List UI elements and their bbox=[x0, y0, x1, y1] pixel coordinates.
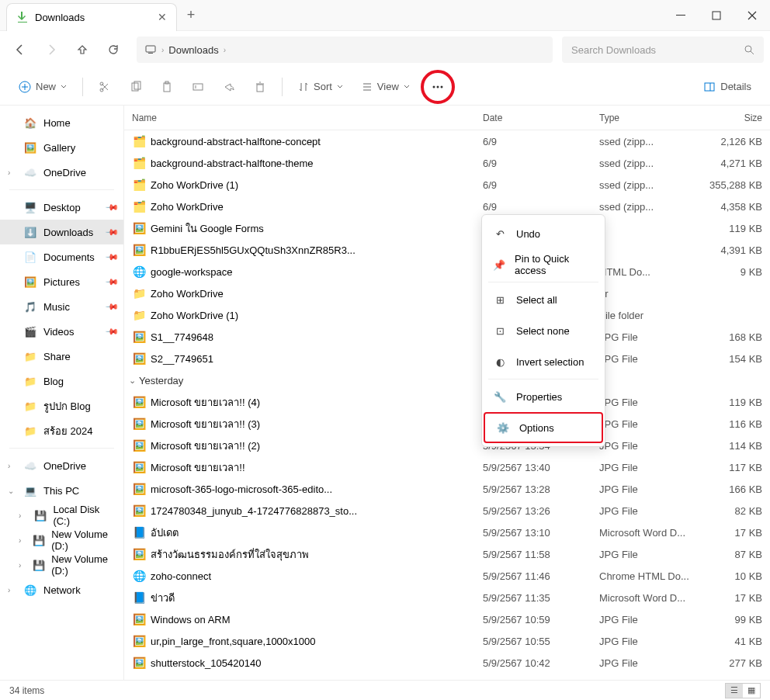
sidebar-downloads[interactable]: ⬇️Downloads📌 bbox=[0, 220, 123, 244]
select-none-icon: ⊡ bbox=[493, 325, 507, 337]
trash-icon bbox=[254, 81, 266, 93]
sidebar-gallery[interactable]: 🖼️Gallery bbox=[0, 135, 123, 160]
rename-button[interactable] bbox=[184, 74, 212, 100]
navbar: › Downloads › Search Downloads bbox=[0, 31, 770, 68]
sort-button[interactable]: Sort bbox=[290, 74, 351, 100]
tab-downloads[interactable]: Downloads ✕ bbox=[6, 3, 177, 31]
sidebar-documents[interactable]: 📄Documents📌 bbox=[0, 244, 123, 269]
file-row[interactable]: 📘อัปเดต5/9/2567 13:10Microsoft Word D...… bbox=[124, 522, 770, 543]
header-date[interactable]: Date bbox=[475, 113, 591, 123]
group-yesterday[interactable]: ⌄Yesterday bbox=[124, 369, 770, 391]
sidebar-blog[interactable]: 📁Blog bbox=[0, 369, 123, 393]
more-button[interactable] bbox=[425, 75, 450, 99]
ctx-selectnone[interactable]: ⊡Select none bbox=[482, 315, 605, 346]
file-row[interactable]: 🌐zoho-connect5/9/2567 11:46Chrome HTML D… bbox=[124, 565, 770, 587]
sidebar-newvol2[interactable]: ›💾New Volume (D:) bbox=[0, 553, 123, 577]
file-size: 2,126 KB bbox=[700, 136, 770, 147]
sidebar-home[interactable]: 🏠Home bbox=[0, 110, 123, 135]
sidebar-newvol1[interactable]: ›💾New Volume (D:) bbox=[0, 528, 123, 553]
up-button[interactable] bbox=[68, 36, 96, 64]
chevron-right-icon: › bbox=[224, 46, 226, 54]
maximize-button[interactable] bbox=[699, 0, 734, 31]
file-name: Zoho WorkDrive (1) bbox=[151, 310, 238, 321]
ctx-options[interactable]: ⚙️Options bbox=[484, 412, 603, 443]
ctx-pin[interactable]: 📌Pin to Quick access bbox=[482, 249, 605, 280]
header-size[interactable]: Size bbox=[700, 113, 770, 123]
svg-rect-12 bbox=[193, 84, 203, 90]
sidebar-saroy[interactable]: 📁สร้อย 2024 bbox=[0, 418, 123, 443]
file-row[interactable]: 🖼️shutterstock_1054201405/9/2567 10:42JP… bbox=[124, 652, 770, 674]
ctx-selectall[interactable]: ⊞Select all bbox=[482, 284, 605, 315]
file-row[interactable]: 🖼️Microsoft ขยายเวลา!!5/9/2567 13:40JPG … bbox=[124, 456, 770, 478]
file-name: S2__7749651 bbox=[151, 353, 213, 365]
sidebar-onedrive2[interactable]: ›☁️OneDrive bbox=[0, 453, 123, 478]
chevron-down-icon bbox=[61, 84, 67, 90]
file-row[interactable]: 🖼️Microsoft ขยายเวลา!! (3)5/9/2567 13:59… bbox=[124, 413, 770, 435]
sidebar-share[interactable]: 📁Share bbox=[0, 344, 123, 369]
delete-button[interactable] bbox=[246, 74, 274, 100]
header-name[interactable]: Name bbox=[124, 113, 475, 123]
details-view-button[interactable]: ☰ bbox=[726, 684, 743, 698]
file-date: 6/9 bbox=[475, 201, 591, 213]
file-row[interactable]: 🗂️Zoho WorkDrive6/9ssed (zipp...4,358 KB bbox=[124, 196, 770, 217]
sidebar-onedrive[interactable]: ›☁️OneDrive bbox=[0, 160, 123, 185]
header-type[interactable]: Type bbox=[591, 113, 700, 123]
minimize-button[interactable] bbox=[663, 0, 699, 31]
file-row[interactable]: 🖼️1724780348_junyub_4-1724776828873_sto.… bbox=[124, 500, 770, 522]
cut-button[interactable] bbox=[91, 74, 119, 100]
details-button[interactable]: Details bbox=[695, 74, 759, 100]
file-row[interactable]: 📘ข่าวดี5/9/2567 11:35Microsoft Word D...… bbox=[124, 587, 770, 608]
tab-close-icon[interactable]: ✕ bbox=[158, 11, 167, 23]
file-row[interactable]: 🖼️microsoft-365-logo-microsoft-365-edito… bbox=[124, 478, 770, 500]
share-icon bbox=[223, 81, 235, 93]
sidebar-desktop[interactable]: 🖥️Desktop📌 bbox=[0, 195, 123, 220]
paste-button[interactable] bbox=[153, 74, 181, 100]
new-button[interactable]: New bbox=[11, 74, 75, 100]
back-button[interactable] bbox=[6, 36, 34, 64]
address-bar[interactable]: › Downloads › bbox=[137, 36, 553, 63]
refresh-button[interactable] bbox=[99, 36, 127, 64]
file-row[interactable]: 🖼️Gemini ใน Google Forms6/9119 KB bbox=[124, 217, 770, 239]
search-input[interactable]: Search Downloads bbox=[562, 36, 764, 63]
file-row[interactable]: 🗂️background-abstract-halftone-concept6/… bbox=[124, 130, 770, 152]
new-tab-button[interactable]: + bbox=[177, 2, 205, 29]
sidebar-videos[interactable]: 🎬Videos📌 bbox=[0, 319, 123, 344]
file-date: 5/9/2567 10:55 bbox=[475, 636, 591, 647]
share-button[interactable] bbox=[215, 74, 243, 100]
view-button[interactable]: View bbox=[354, 74, 418, 100]
file-date: 5/9/2567 13:28 bbox=[475, 483, 591, 495]
file-row[interactable]: 🗂️Zoho WorkDrive (1)6/9ssed (zipp...355,… bbox=[124, 174, 770, 196]
ctx-invert[interactable]: ◐Invert selection bbox=[482, 346, 605, 377]
sidebar-localc[interactable]: ›💾Local Disk (C:) bbox=[0, 503, 123, 528]
forward-button[interactable] bbox=[37, 36, 65, 64]
file-row[interactable]: 📁Zoho WorkDrive6/9er bbox=[124, 282, 770, 304]
file-row[interactable]: 🖼️Microsoft ขยายเวลา!! (4)5/9/2567 14:04… bbox=[124, 391, 770, 413]
thumbnail-view-button[interactable]: ▦ bbox=[743, 684, 760, 698]
file-row[interactable]: 🗂️background-abstract-halftone-theme6/9s… bbox=[124, 152, 770, 174]
breadcrumb-downloads[interactable]: Downloads bbox=[168, 44, 218, 56]
file-row[interactable]: 🖼️S1__77496486/9/2567 11:48JPG File168 K… bbox=[124, 326, 770, 348]
sidebar-music[interactable]: 🎵Music📌 bbox=[0, 294, 123, 319]
file-row[interactable]: 🖼️สร้างวัฒนธรรมองค์กรที่ใส่ใจสุขภาพ5/9/2… bbox=[124, 543, 770, 565]
file-row[interactable]: 🖼️Microsoft ขยายเวลา!! (2)5/9/2567 13:54… bbox=[124, 435, 770, 456]
sidebar-rupok[interactable]: 📁รูปปก Blog bbox=[0, 393, 123, 418]
sidebar-network[interactable]: ›🌐Network bbox=[0, 577, 123, 602]
file-name: Zoho WorkDrive bbox=[151, 288, 224, 300]
rename-icon bbox=[192, 81, 204, 93]
sidebar-thispc[interactable]: ⌄💻This PC bbox=[0, 478, 123, 503]
sidebar-pictures[interactable]: 🖼️Pictures📌 bbox=[0, 269, 123, 294]
ctx-undo[interactable]: ↶Undo bbox=[482, 218, 605, 249]
file-row[interactable]: 🌐google-workspace6/9HTML Do...9 KB bbox=[124, 261, 770, 282]
file-row[interactable]: 📁Zoho WorkDrive (1)6/9/2567 10:58File fo… bbox=[124, 304, 770, 326]
file-type: JPG File bbox=[591, 549, 700, 560]
file-type: JPG File bbox=[591, 462, 700, 473]
file-name: google-workspace bbox=[151, 266, 233, 278]
file-row[interactable]: 🖼️ur,pin_large_front,square,1000x10005/9… bbox=[124, 630, 770, 652]
file-row[interactable]: 🖼️Windows on ARM5/9/2567 10:59JPG File99… bbox=[124, 608, 770, 630]
file-row[interactable]: 🖼️S2__77496516/9/2567 11:51JPG File154 K… bbox=[124, 348, 770, 369]
file-row[interactable]: 🖼️R1bbuERjES5hl5GUxQQtuSh3XnnZR85R3...6/… bbox=[124, 239, 770, 261]
ctx-properties[interactable]: 🔧Properties bbox=[482, 381, 605, 412]
copy-button[interactable] bbox=[122, 74, 150, 100]
close-button[interactable] bbox=[734, 0, 770, 31]
file-size: 87 KB bbox=[700, 549, 770, 560]
